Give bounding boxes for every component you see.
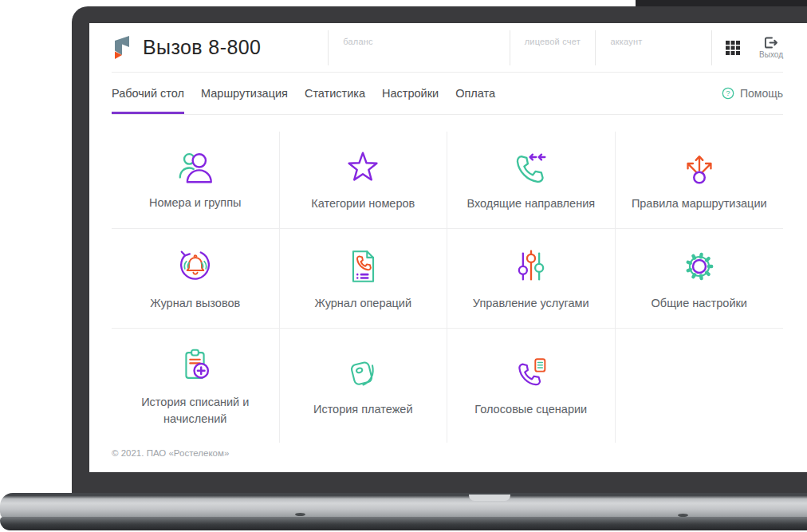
gear-icon xyxy=(678,245,721,288)
balance-field: баланс xyxy=(328,30,509,65)
empty-grid-cell xyxy=(616,329,784,443)
tab-settings[interactable]: Настройки xyxy=(382,73,439,114)
tile-label: Категории номеров xyxy=(311,195,415,212)
tab-statistics[interactable]: Статистика xyxy=(305,73,365,114)
tile-label: Голосовые сценарии xyxy=(474,401,587,418)
tile-label: Входящие направления xyxy=(466,195,595,212)
routing-arrows-icon xyxy=(678,147,721,188)
wallet-icon xyxy=(341,353,384,394)
laptop-foot xyxy=(295,513,305,516)
help-link[interactable]: ? Помощь xyxy=(722,73,783,114)
personal-account-label: лицевой счет xyxy=(525,37,581,46)
balance-label: баланс xyxy=(343,37,372,46)
sliders-icon xyxy=(510,245,553,288)
logout-icon xyxy=(764,37,778,49)
users-icon xyxy=(174,148,217,187)
phone-incoming-icon xyxy=(510,147,553,188)
tile-incoming-directions[interactable]: Входящие направления xyxy=(447,132,616,229)
laptop-screen: Вызов 8-800 баланс лицевой счет аккаунт xyxy=(89,23,807,472)
tile-payments-history[interactable]: История платежей xyxy=(280,329,448,443)
laptop-bottom-edge xyxy=(0,517,807,530)
tile-charges-history[interactable]: История списаний и начислений xyxy=(112,329,280,443)
tile-label: Правила маршрутизации xyxy=(632,195,767,212)
logout-label: Выход xyxy=(759,50,783,59)
tile-operations-journal[interactable]: Журнал операций xyxy=(280,229,448,329)
tile-number-categories[interactable]: Категории номеров xyxy=(280,132,448,229)
tile-label: Журнал операций xyxy=(314,295,411,312)
star-icon xyxy=(341,147,384,188)
rostelecom-logo-icon xyxy=(112,34,132,61)
tab-payment[interactable]: Оплата xyxy=(455,73,495,114)
app-title: Вызов 8-800 xyxy=(143,36,261,59)
tile-voice-scenarios[interactable]: Голосовые сценарии xyxy=(447,329,616,443)
help-label: Помощь xyxy=(740,87,783,100)
brand: Вызов 8-800 xyxy=(112,23,328,72)
apps-grid-icon xyxy=(726,41,740,55)
tile-service-management[interactable]: Управление услугами xyxy=(447,229,616,329)
app-header: Вызов 8-800 баланс лицевой счет аккаунт xyxy=(112,23,783,73)
tile-label: Журнал вызовов xyxy=(150,295,240,312)
tile-label: История списаний и начислений xyxy=(121,394,269,428)
tab-desktop[interactable]: Рабочий стол xyxy=(112,73,184,114)
copyright-text: © 2021. ПАО «Ростелеком» xyxy=(112,448,783,458)
tab-bar: Рабочий стол Маршрутизация Статистика На… xyxy=(112,73,495,114)
clipboard-plus-icon xyxy=(174,344,217,387)
document-phone-icon xyxy=(341,245,384,288)
main-nav: Рабочий стол Маршрутизация Статистика На… xyxy=(112,73,783,115)
tile-call-journal[interactable]: Журнал вызовов xyxy=(112,229,280,329)
app-window: Вызов 8-800 баланс лицевой счет аккаунт xyxy=(89,23,807,472)
phone-script-icon xyxy=(510,353,553,394)
laptop-bezel: Вызов 8-800 баланс лицевой счет аккаунт xyxy=(72,6,807,495)
bell-circular-arrow-icon xyxy=(174,245,217,288)
tile-routing-rules[interactable]: Правила маршрутизации xyxy=(616,132,784,229)
tile-label: Общие настройки xyxy=(652,295,747,312)
tab-routing[interactable]: Маршрутизация xyxy=(201,73,288,114)
svg-text:?: ? xyxy=(726,89,730,97)
tile-label: История платежей xyxy=(313,401,413,418)
tile-label: Номера и группы xyxy=(149,195,241,211)
page-canvas: Вызов 8-800 баланс лицевой счет аккаунт xyxy=(0,0,807,532)
personal-account-field: лицевой счет xyxy=(510,30,596,65)
tile-label: Управление услугами xyxy=(473,295,589,312)
laptop-lid-notch xyxy=(469,495,510,501)
apps-grid-button[interactable] xyxy=(726,41,740,55)
tile-general-settings[interactable]: Общие настройки xyxy=(616,229,784,329)
help-question-icon: ? xyxy=(722,87,734,100)
account-label: аккаунт xyxy=(610,37,642,46)
logout-button[interactable]: Выход xyxy=(759,37,783,59)
dashboard-grid: Номера и группы Категории номеров xyxy=(112,132,783,443)
account-field: аккаунт xyxy=(595,30,711,65)
header-actions: Выход xyxy=(711,30,783,65)
tile-numbers-and-groups[interactable]: Номера и группы xyxy=(112,132,280,229)
